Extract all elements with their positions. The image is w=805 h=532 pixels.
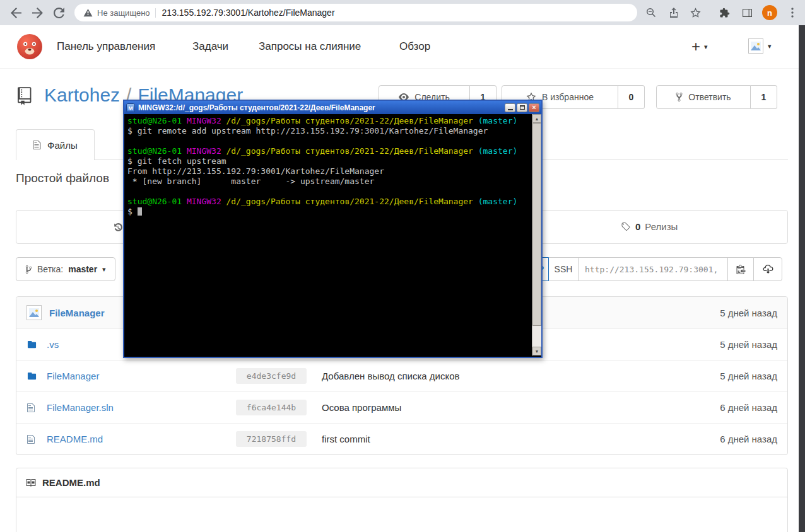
side-panel-button[interactable] [737, 2, 757, 23]
branch-label: Ветка: [37, 264, 63, 274]
zoom-button[interactable] [641, 2, 661, 23]
terminal-command-line: $ git remote add upstream http://213.155… [127, 126, 529, 136]
commit-message-link[interactable]: Осова программы [322, 402, 401, 413]
kebab-menu-icon [791, 8, 794, 18]
terminal-window[interactable]: M MINGW32:/d/_gogs/Работы студентов/2021… [123, 100, 543, 358]
terminal-blank-line [127, 187, 529, 197]
terminal-app-icon: M [126, 103, 135, 112]
back-icon [11, 8, 21, 18]
readme-title: README.md [42, 477, 100, 488]
commit-hash-link[interactable]: 7218758ffd [236, 431, 307, 447]
repo-description: Простой файлов [16, 171, 109, 185]
nav-explore[interactable]: Обзор [399, 25, 430, 68]
reload-button[interactable] [48, 2, 69, 23]
address-bar[interactable]: Не защищено 213.155.192.79:3001/Kartohez… [74, 4, 637, 21]
nav-dashboard[interactable]: Панель управления [57, 25, 155, 68]
download-button[interactable] [753, 257, 782, 281]
releases-link[interactable]: 0 Релизы [621, 221, 678, 232]
not-secure-icon [83, 8, 93, 17]
commit-hash-link[interactable]: f6ca4e144b [236, 400, 307, 415]
readme-section: README.md [16, 468, 788, 532]
file-age: 5 дней назад [720, 339, 777, 350]
tag-icon [621, 222, 631, 232]
file-link[interactable]: FileManager [47, 371, 236, 381]
terminal-scrollbar[interactable] [532, 114, 541, 356]
file-link[interactable]: README.md [47, 434, 236, 444]
clone-url-input[interactable] [578, 257, 728, 281]
folder-icon [26, 371, 38, 381]
fork-button[interactable]: Ответвить [656, 85, 751, 109]
fork-count[interactable]: 1 [751, 85, 777, 109]
latest-commit-link[interactable]: FileManager [49, 308, 105, 318]
svg-text:M: M [128, 105, 133, 111]
branch-selector[interactable]: Ветка: master [16, 257, 115, 281]
history-icon[interactable] [112, 223, 123, 236]
security-label: Не защищено [97, 8, 150, 18]
commit-hash-link[interactable]: e4de3cfe9d [236, 368, 307, 384]
releases-count: 0 [635, 221, 640, 232]
chevron-down-icon [768, 42, 772, 50]
commit-message-link[interactable]: first commit [322, 434, 370, 444]
close-button[interactable] [529, 103, 539, 112]
scroll-up-arrow[interactable] [532, 114, 541, 123]
file-text-icon [33, 140, 41, 150]
terminal-command-line: $ git fetch upstream [127, 156, 529, 166]
terminal-prompt-line: stud@N26-01 MINGW32 /d/_gogs/Работы студ… [127, 197, 529, 207]
commit-message-link[interactable]: Добавлен вывод списка дисков [322, 371, 460, 381]
puzzle-icon [719, 8, 730, 18]
browser-toolbar: Не защищено 213.155.192.79:3001/Kartohez… [0, 0, 805, 25]
star-label: В избранное [542, 92, 594, 102]
file-age: 6 дней назад [720, 402, 777, 413]
screen: Не защищено 213.155.192.79:3001/Kartohez… [0, 0, 805, 532]
terminal-output-line: * [new branch] master -> upstream/master [127, 176, 529, 187]
gogs-logo[interactable] [16, 33, 43, 60]
committer-avatar [26, 305, 42, 320]
terminal-cursor [138, 207, 142, 216]
table-row: README.md 7218758ffd first commit 6 дней… [16, 423, 787, 454]
chevron-down-icon [704, 43, 708, 51]
tab-files[interactable]: Файлы [16, 129, 95, 160]
clipboard-icon [736, 264, 746, 274]
latest-commit-age: 5 дней назад [720, 308, 777, 318]
nav-pull-requests[interactable]: Запросы на слияние [259, 25, 361, 68]
profile-avatar[interactable]: n [762, 5, 777, 20]
browser-menu-button[interactable] [782, 2, 802, 23]
terminal-output-line: From http://213.155.192.79:3001/Kartohez… [127, 166, 529, 176]
minimize-button[interactable] [505, 103, 515, 112]
plus-icon: + [691, 38, 700, 55]
terminal-window-controls [505, 103, 539, 112]
file-link[interactable]: FileManager.sln [47, 402, 236, 413]
side-panel-icon [742, 8, 753, 18]
divider [155, 8, 156, 18]
readme-header: README.md [16, 468, 787, 497]
chevron-down-icon [102, 265, 106, 274]
scroll-down-arrow[interactable] [532, 347, 541, 356]
copy-url-button[interactable] [727, 257, 754, 281]
star-count[interactable]: 0 [618, 85, 645, 109]
browser-scrollbar[interactable] [799, 25, 805, 532]
terminal-prompt-line: stud@N26-01 MINGW32 /d/_gogs/Работы студ… [127, 146, 529, 156]
git-branch-icon [25, 265, 32, 274]
reload-icon [54, 8, 64, 18]
bookmark-button[interactable] [685, 2, 705, 23]
nav-issues[interactable]: Задачи [192, 25, 228, 68]
forward-icon [32, 8, 43, 18]
extensions-button[interactable] [714, 2, 734, 23]
maximize-button[interactable] [517, 103, 527, 112]
terminal-output[interactable]: stud@N26-01 MINGW32 /d/_gogs/Работы студ… [124, 114, 541, 356]
repo-owner-link[interactable]: Kartohez [44, 84, 120, 105]
url-text: 213.155.192.79:3001/Kartohez/FileManager [162, 8, 335, 18]
fork-icon [676, 92, 683, 102]
scrollbar-thumb[interactable] [532, 123, 541, 326]
terminal-titlebar[interactable]: M MINGW32:/d/_gogs/Работы студентов/2021… [124, 101, 541, 114]
ssh-protocol-button[interactable]: SSH [548, 257, 579, 281]
share-icon [669, 8, 679, 18]
clone-panel: HTTP SSH [517, 257, 782, 281]
download-icon [763, 264, 773, 274]
forward-button[interactable] [26, 2, 48, 23]
back-button[interactable] [5, 2, 26, 23]
new-repo-dropdown[interactable]: + [691, 25, 708, 68]
user-menu[interactable] [748, 38, 772, 54]
terminal-title: MINGW32:/d/_gogs/Работы студентов/2021-2… [138, 103, 502, 112]
share-button[interactable] [664, 2, 684, 23]
